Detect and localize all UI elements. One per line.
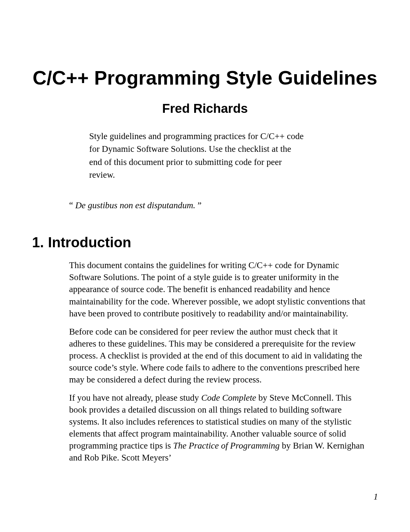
- paragraph-1: This document contains the guidelines fo…: [69, 259, 366, 319]
- page: C/C++ Programming Style Guidelines Fred …: [0, 0, 410, 532]
- p3-italic-2: The Practice of Programming: [173, 441, 280, 450]
- p3-part-a: If you have not already, please study: [69, 393, 201, 403]
- epigraph-quote: “ De gustibus non est disputandum. ”: [69, 201, 378, 211]
- section-1-heading: 1. Introduction: [32, 235, 378, 251]
- paragraph-3: If you have not already, please study Co…: [69, 392, 366, 464]
- document-author: Fred Richards: [32, 101, 378, 116]
- quote-text: De gustibus non est disputandum.: [73, 201, 198, 210]
- page-number: 1: [374, 492, 378, 502]
- paragraph-2: Before code can be considered for peer r…: [69, 326, 366, 386]
- document-title: C/C++ Programming Style Guidelines: [32, 66, 378, 90]
- body-text: This document contains the guidelines fo…: [69, 259, 366, 464]
- p3-italic-1: Code Complete: [201, 393, 256, 403]
- quote-open: “: [69, 201, 73, 210]
- quote-close: ”: [198, 201, 202, 210]
- abstract: Style guidelines and programming practic…: [89, 130, 305, 181]
